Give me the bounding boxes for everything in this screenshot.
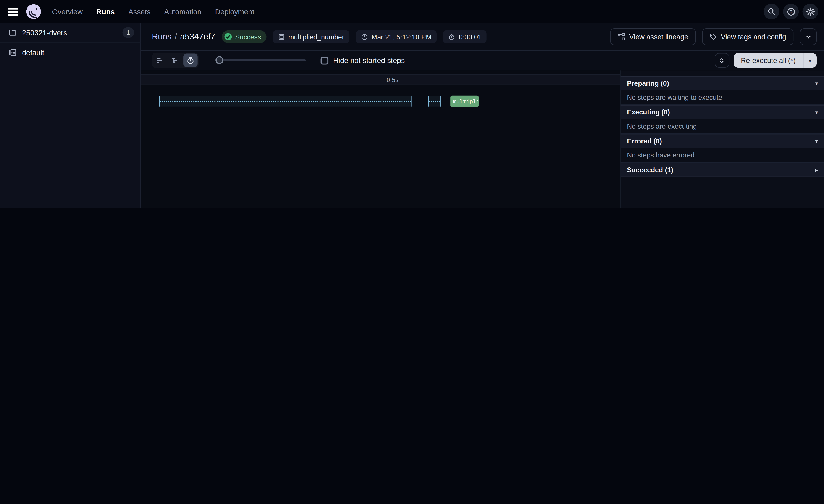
repository-run-count-badge: 1: [122, 27, 134, 38]
status-section-body: No steps are executing: [621, 119, 824, 134]
flat-view-button[interactable]: [153, 54, 167, 67]
dagster-logo-icon[interactable]: [26, 4, 41, 19]
sidebar-item-job-default[interactable]: default: [0, 43, 140, 62]
gantt-toolbar-right: Re-execute all (*) ▾: [714, 53, 817, 68]
reexecute-split-button: Re-execute all (*) ▾: [733, 53, 817, 68]
nav-links: OverviewRunsAssetsAutomationDeployment: [52, 7, 254, 16]
up-down-icon: [719, 57, 725, 64]
asset-tag[interactable]: multiplied_number: [273, 30, 349, 43]
search-button[interactable]: [763, 4, 780, 19]
help-button[interactable]: ?: [783, 4, 799, 19]
svg-text:?: ?: [790, 9, 792, 14]
breadcrumb: Runs/a5347ef7: [152, 32, 215, 41]
status-section-title: Errored (0): [627, 137, 662, 145]
slider-knob[interactable]: [215, 56, 223, 64]
caret-down-icon: ▾: [815, 109, 818, 115]
view-asset-lineage-button[interactable]: View asset lineage: [610, 28, 696, 45]
job-icon: [278, 33, 285, 40]
hide-not-started-label: Hide not started steps: [333, 56, 405, 65]
run-more-actions-button[interactable]: [800, 28, 817, 45]
status-section-header-3[interactable]: Errored (0)▾: [621, 134, 824, 148]
status-section-title: Succeeded (1): [627, 166, 673, 174]
gantt-time-axis: 0.5s: [141, 74, 620, 85]
start-time-label: Mar 21, 5:12:10 PM: [372, 33, 431, 41]
hide-not-started-checkbox-row[interactable]: Hide not started steps: [321, 56, 405, 65]
gantt-toolbar: Hide not started steps Re-execute all (*…: [141, 51, 824, 70]
status-section-body: No steps have errored: [621, 148, 824, 163]
run-header-actions: View asset lineage View tags and config: [610, 28, 817, 45]
duration-label: 0:00:01: [459, 33, 482, 41]
step-status-panel: Preparing (0)▾No steps are waiting to ex…: [620, 70, 824, 208]
gantt-section: 0.5s multipli… Hide unselected steps: [141, 70, 824, 208]
search-icon: [767, 7, 776, 16]
nav-item-runs[interactable]: Runs: [96, 7, 115, 16]
breadcrumb-separator: /: [175, 32, 177, 41]
view-asset-lineage-label: View asset lineage: [629, 33, 688, 41]
waterfall-view-button[interactable]: [168, 54, 183, 67]
lineage-icon: [618, 33, 625, 40]
start-time-tag: Mar 21, 5:12:10 PM: [356, 30, 437, 43]
caret-right-icon: ▸: [815, 167, 818, 172]
gear-icon: [806, 7, 815, 16]
status-section-header-1[interactable]: Preparing (0)▾: [621, 76, 824, 91]
status-section-title: Executing (0): [627, 108, 670, 116]
nav-item-assets[interactable]: Assets: [128, 7, 150, 16]
help-icon: ?: [786, 7, 795, 16]
tag-icon: [709, 33, 717, 40]
view-tags-config-label: View tags and config: [721, 33, 786, 41]
reexecute-dropdown-button[interactable]: ▾: [803, 53, 817, 68]
caret-down-icon: ▾: [815, 81, 818, 86]
expand-panel-button[interactable]: [714, 53, 729, 68]
asset-tag-label: multiplied_number: [288, 33, 344, 41]
folder-icon: [8, 28, 17, 37]
gantt-step-bar[interactable]: multipli…: [450, 96, 479, 107]
gantt-zoom-slider[interactable]: [216, 59, 306, 61]
clock-icon: [361, 33, 368, 40]
reexecute-all-button[interactable]: Re-execute all (*): [733, 53, 803, 68]
status-section-title: Preparing (0): [627, 80, 669, 87]
hide-not-started-checkbox[interactable]: [321, 56, 328, 64]
run-header: Runs/a5347ef7 Success multiplied_number …: [141, 23, 824, 51]
status-label: Success: [235, 33, 261, 41]
gantt-view-mode-group: [152, 52, 199, 69]
gantt-chart: 0.5s multipli… Hide unselected steps: [141, 70, 620, 208]
step-waiting-bar: [159, 96, 411, 107]
run-id: a5347ef7: [180, 32, 215, 41]
nav-item-overview[interactable]: Overview: [52, 7, 83, 16]
status-badge: Success: [221, 30, 266, 43]
stopwatch-icon: [187, 56, 194, 64]
step-waiting-bar-2: [428, 96, 441, 107]
status-section-header-4[interactable]: Succeeded (1)▸: [621, 163, 824, 177]
job-name: default: [22, 48, 44, 56]
stopwatch-icon: [448, 33, 455, 40]
waterfall-view-icon: [171, 56, 179, 64]
duration-tag: 0:00:01: [443, 30, 487, 43]
status-section-header-2[interactable]: Executing (0)▾: [621, 105, 824, 119]
main-content: Runs/a5347ef7 Success multiplied_number …: [141, 23, 824, 208]
view-tags-config-button[interactable]: View tags and config: [702, 28, 794, 45]
sidebar-item-repository[interactable]: 250321-dvers 1: [0, 23, 140, 43]
settings-button[interactable]: [802, 4, 818, 19]
dagster-run-page: OverviewRunsAssetsAutomationDeployment ?: [0, 0, 824, 208]
nav-actions: ?: [763, 4, 818, 19]
repository-name: 250321-dvers: [22, 28, 67, 37]
timed-view-button[interactable]: [183, 54, 198, 67]
status-section-body: No steps are waiting to execute: [621, 90, 824, 105]
flat-view-icon: [156, 56, 164, 64]
hamburger-menu-icon[interactable]: [8, 8, 18, 15]
nav-item-automation[interactable]: Automation: [164, 7, 201, 16]
sidebar: 250321-dvers 1 default 250321-dvers: [0, 23, 141, 208]
caret-down-icon: ▾: [815, 138, 818, 144]
top-nav: OverviewRunsAssetsAutomationDeployment ?: [0, 0, 824, 23]
chevron-down-icon: [805, 33, 812, 40]
job-icon: [8, 48, 17, 56]
check-circle-icon: [224, 32, 232, 41]
breadcrumb-runs-link[interactable]: Runs: [152, 32, 172, 41]
time-tick-label: 0.5s: [387, 76, 399, 84]
nav-item-deployment[interactable]: Deployment: [215, 7, 254, 16]
